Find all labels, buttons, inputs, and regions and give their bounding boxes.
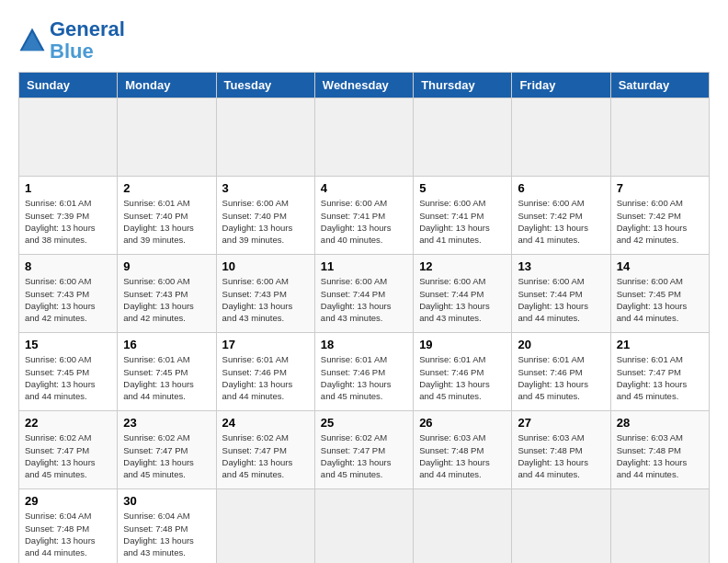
calendar-cell — [118, 98, 216, 177]
cell-info: Sunrise: 6:00 AM Sunset: 7:45 PM Dayligh… — [617, 275, 703, 324]
sunset-label: Sunset: 7:47 PM — [222, 445, 287, 455]
calendar-cell: 14 Sunrise: 6:00 AM Sunset: 7:45 PM Dayl… — [610, 255, 709, 333]
calendar-cell: 27 Sunrise: 6:03 AM Sunset: 7:48 PM Dayl… — [512, 411, 610, 489]
sunrise-label: Sunrise: 6:01 AM — [123, 198, 189, 208]
calendar-cell — [610, 98, 709, 177]
calendar-cell: 10 Sunrise: 6:00 AM Sunset: 7:43 PM Dayl… — [216, 255, 314, 333]
sunset-label: Sunset: 7:39 PM — [25, 211, 89, 221]
calendar-cell: 18 Sunrise: 6:01 AM Sunset: 7:46 PM Dayl… — [314, 333, 413, 411]
sunset-label: Sunset: 7:44 PM — [419, 289, 483, 299]
cell-info: Sunrise: 6:01 AM Sunset: 7:46 PM Dayligh… — [321, 353, 407, 402]
day-number: 6 — [518, 181, 604, 195]
calendar-cell — [610, 489, 709, 563]
calendar-cell: 4 Sunrise: 6:00 AM Sunset: 7:41 PM Dayli… — [314, 177, 413, 255]
day-number: 21 — [617, 338, 703, 351]
sunrise-label: Sunrise: 6:00 AM — [617, 198, 683, 208]
cell-info: Sunrise: 6:02 AM Sunset: 7:47 PM Dayligh… — [222, 431, 309, 480]
daylight-label: Daylight: 13 hours and 45 minutes. — [123, 457, 194, 479]
daylight-label: Daylight: 13 hours and 44 minutes. — [419, 457, 490, 479]
daylight-label: Daylight: 13 hours and 44 minutes. — [222, 379, 293, 401]
day-number: 19 — [419, 338, 506, 351]
sunrise-label: Sunrise: 6:02 AM — [222, 432, 289, 442]
cell-info: Sunrise: 6:01 AM Sunset: 7:39 PM Dayligh… — [25, 197, 111, 246]
sunrise-label: Sunrise: 6:02 AM — [123, 432, 189, 442]
logo-text: GeneralBlue — [50, 18, 125, 63]
sunset-label: Sunset: 7:48 PM — [617, 445, 681, 455]
calendar-week-1: 1 Sunrise: 6:01 AM Sunset: 7:39 PM Dayli… — [19, 177, 710, 255]
daylight-label: Daylight: 13 hours and 40 minutes. — [321, 223, 392, 245]
sunset-label: Sunset: 7:45 PM — [25, 367, 89, 377]
calendar-cell: 21 Sunrise: 6:01 AM Sunset: 7:47 PM Dayl… — [610, 333, 709, 411]
cell-info: Sunrise: 6:01 AM Sunset: 7:46 PM Dayligh… — [518, 353, 604, 402]
cell-info: Sunrise: 6:02 AM Sunset: 7:47 PM Dayligh… — [25, 431, 111, 480]
col-header-wednesday: Wednesday — [314, 73, 413, 98]
col-header-monday: Monday — [118, 73, 216, 98]
sunset-label: Sunset: 7:47 PM — [617, 367, 681, 377]
cell-info: Sunrise: 6:04 AM Sunset: 7:48 PM Dayligh… — [25, 510, 111, 558]
cell-info: Sunrise: 6:00 AM Sunset: 7:42 PM Dayligh… — [518, 197, 604, 246]
daylight-label: Daylight: 13 hours and 43 minutes. — [222, 301, 293, 323]
day-number: 17 — [222, 338, 309, 351]
day-number: 22 — [25, 416, 111, 430]
calendar-cell — [512, 98, 610, 177]
day-number: 29 — [25, 494, 111, 508]
day-number: 15 — [25, 338, 111, 351]
daylight-label: Daylight: 13 hours and 44 minutes. — [25, 535, 96, 557]
sunset-label: Sunset: 7:46 PM — [518, 367, 582, 377]
page-header: GeneralBlue — [18, 18, 710, 63]
calendar-cell: 2 Sunrise: 6:01 AM Sunset: 7:40 PM Dayli… — [118, 177, 216, 255]
sunrise-label: Sunrise: 6:01 AM — [222, 354, 289, 364]
col-header-tuesday: Tuesday — [216, 73, 314, 98]
daylight-label: Daylight: 13 hours and 44 minutes. — [123, 379, 194, 401]
calendar-cell — [314, 489, 413, 563]
cell-info: Sunrise: 6:00 AM Sunset: 7:42 PM Dayligh… — [617, 197, 703, 246]
calendar-cell: 19 Sunrise: 6:01 AM Sunset: 7:46 PM Dayl… — [414, 333, 512, 411]
calendar-cell — [216, 489, 314, 563]
calendar-cell: 6 Sunrise: 6:00 AM Sunset: 7:42 PM Dayli… — [512, 177, 610, 255]
day-number: 16 — [123, 338, 210, 351]
sunset-label: Sunset: 7:45 PM — [617, 289, 681, 299]
sunset-label: Sunset: 7:44 PM — [518, 289, 582, 299]
calendar-cell — [216, 98, 314, 177]
cell-info: Sunrise: 6:03 AM Sunset: 7:48 PM Dayligh… — [518, 431, 604, 480]
daylight-label: Daylight: 13 hours and 44 minutes. — [25, 379, 96, 401]
cell-info: Sunrise: 6:04 AM Sunset: 7:48 PM Dayligh… — [123, 510, 210, 558]
daylight-label: Daylight: 13 hours and 41 minutes. — [419, 223, 490, 245]
sunset-label: Sunset: 7:41 PM — [419, 211, 483, 221]
sunrise-label: Sunrise: 6:00 AM — [123, 276, 189, 286]
calendar-cell: 13 Sunrise: 6:00 AM Sunset: 7:44 PM Dayl… — [512, 255, 610, 333]
day-number: 1 — [25, 181, 111, 195]
daylight-label: Daylight: 13 hours and 39 minutes. — [123, 223, 194, 245]
calendar-cell: 3 Sunrise: 6:00 AM Sunset: 7:40 PM Dayli… — [216, 177, 314, 255]
sunrise-label: Sunrise: 6:03 AM — [419, 432, 485, 442]
sunset-label: Sunset: 7:41 PM — [321, 211, 385, 221]
sunset-label: Sunset: 7:48 PM — [518, 445, 582, 455]
sunrise-label: Sunrise: 6:02 AM — [321, 432, 387, 442]
sunset-label: Sunset: 7:46 PM — [321, 367, 385, 377]
calendar-cell: 8 Sunrise: 6:00 AM Sunset: 7:43 PM Dayli… — [19, 255, 118, 333]
sunset-label: Sunset: 7:47 PM — [123, 445, 188, 455]
cell-info: Sunrise: 6:00 AM Sunset: 7:41 PM Dayligh… — [321, 197, 407, 246]
sunrise-label: Sunrise: 6:00 AM — [419, 276, 485, 286]
calendar-cell — [19, 98, 118, 177]
sunrise-label: Sunrise: 6:01 AM — [25, 198, 91, 208]
calendar-cell — [512, 489, 610, 563]
sunrise-label: Sunrise: 6:04 AM — [25, 511, 91, 521]
calendar-cell: 16 Sunrise: 6:01 AM Sunset: 7:45 PM Dayl… — [118, 333, 216, 411]
calendar-week-5: 29 Sunrise: 6:04 AM Sunset: 7:48 PM Dayl… — [19, 489, 710, 563]
sunset-label: Sunset: 7:40 PM — [123, 211, 188, 221]
daylight-label: Daylight: 13 hours and 44 minutes. — [617, 301, 688, 323]
day-number: 18 — [321, 338, 407, 351]
cell-info: Sunrise: 6:03 AM Sunset: 7:48 PM Dayligh… — [419, 431, 506, 480]
cell-info: Sunrise: 6:01 AM Sunset: 7:40 PM Dayligh… — [123, 197, 210, 246]
sunrise-label: Sunrise: 6:00 AM — [25, 354, 91, 364]
sunset-label: Sunset: 7:45 PM — [123, 367, 188, 377]
sunrise-label: Sunrise: 6:01 AM — [419, 354, 485, 364]
daylight-label: Daylight: 13 hours and 42 minutes. — [123, 301, 194, 323]
sunrise-label: Sunrise: 6:04 AM — [123, 511, 189, 521]
sunset-label: Sunset: 7:48 PM — [25, 523, 89, 534]
daylight-label: Daylight: 13 hours and 44 minutes. — [518, 301, 588, 323]
cell-info: Sunrise: 6:03 AM Sunset: 7:48 PM Dayligh… — [617, 431, 703, 480]
cell-info: Sunrise: 6:01 AM Sunset: 7:47 PM Dayligh… — [617, 353, 703, 402]
daylight-label: Daylight: 13 hours and 45 minutes. — [419, 379, 490, 401]
